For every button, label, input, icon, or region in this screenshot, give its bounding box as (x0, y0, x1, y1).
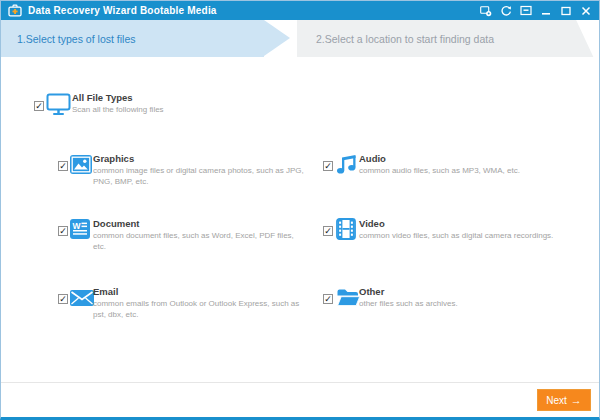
maximize-icon[interactable] (560, 5, 572, 17)
window-controls (480, 1, 592, 20)
graphics-icon (70, 155, 92, 178)
refresh-icon[interactable] (500, 5, 512, 17)
tab-step-1-label: 1.Select types of lost files (17, 33, 135, 45)
email-checkbox[interactable] (58, 294, 68, 304)
email-description: common emails from Outlook or Outlook Ex… (93, 299, 311, 320)
all-file-types-checkbox[interactable] (34, 101, 44, 111)
other-description: other files such as archives. (359, 299, 577, 310)
all-file-types-description: Scan all the following files (72, 105, 164, 116)
all-file-types-title: All File Types (72, 92, 164, 103)
next-button[interactable]: Next → (537, 389, 591, 411)
titlebar: Data Recovery Wizard Bootable Media (1, 1, 599, 20)
monitor-icon (46, 93, 71, 120)
file-type-selection-panel: All File Types Scan all the following fi… (1, 57, 599, 382)
other-title: Other (359, 286, 577, 297)
svg-text:W: W (73, 221, 82, 231)
window-title: Data Recovery Wizard Bootable Media (28, 5, 217, 16)
document-icon: W (70, 219, 90, 243)
next-button-label: Next (546, 395, 567, 406)
arrow-right-icon: → (571, 394, 582, 406)
audio-icon (336, 153, 357, 179)
document-description: common document files, such as Word, Exc… (93, 231, 305, 252)
close-icon[interactable] (580, 5, 592, 17)
device-driver-icon[interactable] (480, 5, 492, 17)
document-title: Document (93, 218, 305, 229)
minimize-icon[interactable] (540, 5, 552, 17)
tab-step-2-label: 2.Select a location to start finding dat… (316, 33, 494, 45)
app-briefcase-icon (8, 4, 22, 17)
video-checkbox[interactable] (323, 226, 333, 236)
tab-step-2[interactable]: 2.Select a location to start finding dat… (297, 20, 599, 57)
video-title: Video (359, 218, 577, 229)
audio-checkbox[interactable] (323, 161, 333, 171)
graphics-checkbox[interactable] (58, 161, 68, 171)
graphics-description: common image files or digital camera pho… (93, 166, 305, 187)
email-title: Email (93, 286, 311, 297)
document-checkbox[interactable] (58, 226, 68, 236)
video-description: common video files, such as digital came… (359, 231, 577, 242)
email-icon (70, 290, 94, 310)
audio-description: common audio files, such as MP3, WMA, et… (359, 166, 577, 177)
other-icon (336, 288, 360, 311)
app-window: Data Recovery Wizard Bootable Media (0, 0, 600, 420)
footer-bar: Next → (1, 382, 599, 417)
graphics-title: Graphics (93, 153, 305, 164)
tab-step-2-chevron-icon (575, 20, 599, 57)
window-mode-icon[interactable] (520, 5, 532, 17)
other-checkbox[interactable] (323, 294, 333, 304)
video-icon (336, 218, 356, 244)
audio-title: Audio (359, 153, 577, 164)
tab-step-1[interactable]: 1.Select types of lost files (1, 20, 264, 57)
tab-step-1-chevron-icon (264, 20, 290, 56)
wizard-steps: 1.Select types of lost files 2.Select a … (1, 20, 599, 57)
